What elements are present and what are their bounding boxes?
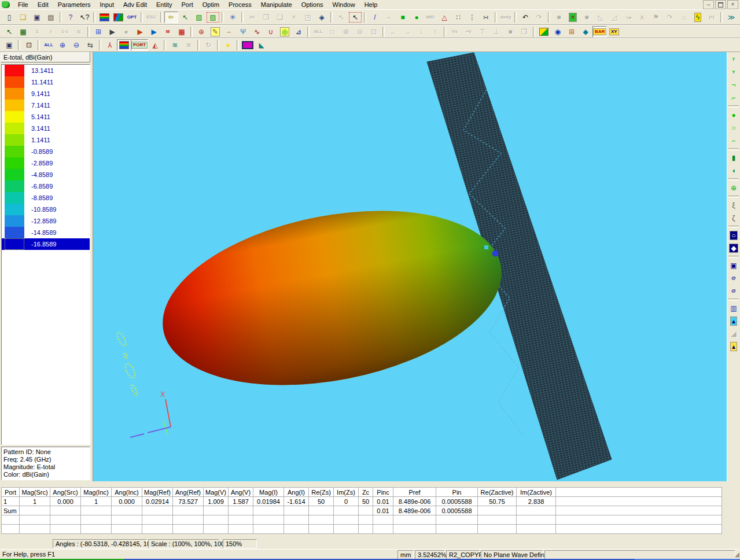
gray-box-icon[interactable]: ■ — [503, 26, 517, 38]
spiral-round2-icon[interactable]: @ — [727, 285, 740, 297]
select-arrow-icon[interactable]: ↖ — [178, 12, 192, 23]
xy-display-icon[interactable]: XY — [607, 26, 621, 38]
via-grid-icon[interactable]: ∺ — [479, 12, 493, 23]
target-icon[interactable]: ◎ — [278, 26, 292, 38]
mesh-3d-icon[interactable]: ⊞ — [565, 26, 579, 38]
view-all-icon[interactable]: ALL — [42, 39, 56, 51]
vs-icon[interactable]: Vs — [448, 26, 462, 38]
draw-rect-icon[interactable]: ■ — [396, 12, 410, 23]
legend-entry[interactable]: 13.1411 — [2, 65, 90, 76]
pattern-table-icon[interactable]: ▦ — [175, 26, 189, 38]
corner-3d-icon[interactable]: ⌐ — [727, 91, 740, 104]
zoom-out-icon[interactable]: ⊖ — [69, 39, 83, 51]
legend-entry[interactable]: -12.8589 — [2, 215, 90, 227]
stop-icon[interactable]: ● — [119, 26, 133, 38]
menu-file[interactable]: File — [13, 1, 33, 9]
simulate-current-icon[interactable]: ▶ — [133, 26, 147, 38]
layer-colors-icon[interactable] — [97, 12, 111, 23]
ramp-icon[interactable]: ◢ — [727, 327, 740, 340]
save-pattern-icon[interactable]: ▣ — [2, 39, 16, 51]
cylinder-3d-icon[interactable]: ▮ — [727, 152, 740, 164]
flag-icon[interactable]: ⚑ — [649, 12, 663, 23]
bridge2-icon[interactable]: ▴ — [727, 340, 740, 353]
void-polygon-icon[interactable]: ◆ — [727, 242, 740, 255]
menu-help[interactable]: Help — [360, 1, 382, 9]
fillet-icon[interactable]: ◿ — [608, 12, 621, 23]
cap-icon[interactable]: ⌂ — [677, 12, 691, 23]
vertex-select-icon[interactable]: ↖ — [348, 12, 362, 23]
current-view-icon[interactable]: III — [161, 26, 175, 38]
pad-array-icon[interactable]: ∷ — [451, 12, 465, 23]
paint-bucket-icon[interactable]: ◣ — [255, 39, 268, 51]
lightning-icon[interactable]: ϟ — [691, 12, 705, 23]
fill-box-icon[interactable]: ■ — [580, 12, 594, 23]
port-table-icon[interactable]: PORT — [131, 39, 148, 51]
dxdy-icon[interactable]: dxdy — [499, 12, 513, 23]
body-person-icon[interactable]: Ψ — [236, 26, 250, 38]
void-circle-icon[interactable]: ○ — [727, 229, 740, 242]
resize-grip[interactable]: ◢ — [735, 551, 739, 558]
align-box-icon[interactable]: ■ — [552, 12, 566, 23]
minimize-button[interactable]: – — [703, 0, 714, 9]
undo-icon[interactable]: ↶ — [518, 12, 532, 23]
all-view-gray-icon[interactable]: ALL — [311, 26, 325, 38]
puzzle-icon[interactable]: ◆ — [579, 26, 592, 38]
paste-polygon-icon[interactable]: ▨ — [206, 12, 220, 23]
via-array-icon[interactable]: ⋮ — [465, 12, 479, 23]
arc-rainbow-icon[interactable]: ⌢ — [222, 26, 236, 38]
pan-left-icon[interactable]: ← — [386, 26, 400, 38]
curve-icon[interactable]: ↷ — [663, 12, 677, 23]
menu-edit[interactable]: Edit — [33, 1, 53, 9]
check-poly-icon[interactable]: × — [566, 12, 580, 23]
new-file-icon[interactable]: ▯ — [2, 12, 16, 23]
torus-icon[interactable]: ◉ — [551, 26, 565, 38]
draw-circle-icon[interactable]: ● — [410, 12, 424, 23]
paste-icon[interactable]: ❏ — [273, 12, 287, 23]
legend-bars-icon[interactable] — [117, 39, 131, 51]
menu-parameters[interactable]: Parameters — [53, 1, 95, 9]
bridge-icon[interactable]: ▴ — [727, 315, 740, 327]
mid-point-icon[interactable]: MID — [424, 12, 437, 23]
menu-adv-edit[interactable]: Adv Edit — [119, 1, 152, 9]
match-icon[interactable]: |+| — [705, 12, 719, 23]
menu-process[interactable]: Process — [224, 1, 256, 9]
redraw-gray-icon[interactable]: ⊡ — [367, 26, 381, 38]
menu-window[interactable]: Window — [328, 1, 360, 9]
print-icon[interactable]: ▤ — [44, 12, 58, 23]
redraw-icon[interactable]: ⇆ — [83, 39, 97, 51]
zoom-rect-icon[interactable]: ⊡ — [22, 39, 36, 51]
legend-entry[interactable]: -0.8589 — [2, 146, 90, 157]
layer-stack-icon[interactable] — [111, 12, 125, 23]
zoom-in-gray-icon[interactable]: ⊕ — [339, 26, 353, 38]
esc-button[interactable]: ESC — [145, 12, 159, 23]
layers-2d-icon[interactable] — [537, 26, 551, 38]
bend-icon[interactable]: ↝ — [621, 12, 635, 23]
align-bottom-icon[interactable]: ⊥ — [489, 26, 503, 38]
legend-entry[interactable]: 11.1411 — [2, 76, 90, 88]
help-icon[interactable]: ? — [64, 12, 78, 23]
draw-pencil-icon[interactable]: ✏ — [164, 12, 178, 23]
optimization-icon[interactable]: OPT — [125, 12, 139, 23]
elbow-3d-icon[interactable]: ◖ — [727, 164, 740, 177]
legend-entry[interactable]: -16.8589 — [2, 238, 90, 250]
spiral-3d-icon[interactable]: ζ — [727, 212, 740, 224]
overflow-icon[interactable]: ≫ — [724, 12, 738, 23]
wave-display-icon[interactable]: ≋ — [168, 39, 182, 51]
select-polygon-icon[interactable]: ▧ — [192, 12, 206, 23]
spiral-round-icon[interactable]: @ — [727, 272, 740, 285]
pan-up-icon[interactable]: ↑ — [428, 26, 442, 38]
radiation-sphere-icon[interactable]: ⊕ — [194, 26, 208, 38]
port-shift-icon[interactable]: 1| — [72, 26, 86, 38]
draw-polygon-icon[interactable]: △ — [437, 12, 451, 23]
port-slot-icon[interactable]: I — [44, 26, 58, 38]
legend-entry[interactable]: -2.8589 — [2, 157, 90, 169]
legend-entry[interactable]: -6.8589 — [2, 180, 90, 192]
draw-arc-icon[interactable]: ⌢ — [382, 12, 396, 23]
plus-v-icon[interactable]: +V — [462, 26, 476, 38]
smith-chart-icon[interactable]: ∪ — [264, 26, 278, 38]
zoom-window-gray-icon[interactable]: □ — [325, 26, 339, 38]
light-bulb-icon[interactable]: ● — [221, 39, 235, 51]
corner-icon[interactable]: ∧ — [635, 12, 649, 23]
tee-3d-icon[interactable]: T — [727, 53, 740, 66]
menu-options[interactable]: Options — [297, 1, 328, 9]
